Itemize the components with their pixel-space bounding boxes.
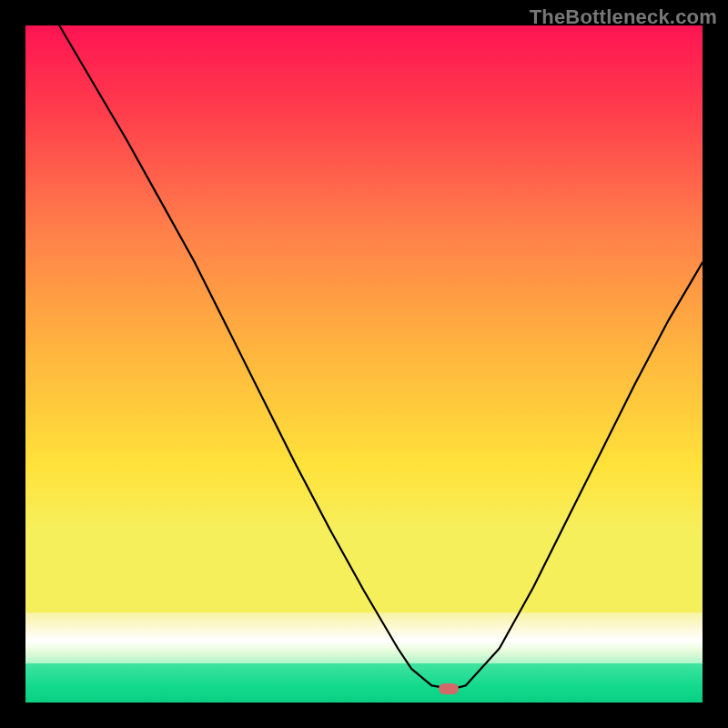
chart-frame: TheBottleneck.com [0, 0, 728, 728]
svg-rect-0 [25, 25, 703, 612]
plot-area [25, 25, 703, 703]
green-band [25, 663, 703, 703]
pale-band [25, 612, 703, 663]
gradient-bg [25, 25, 703, 703]
optimal-marker [439, 683, 459, 694]
